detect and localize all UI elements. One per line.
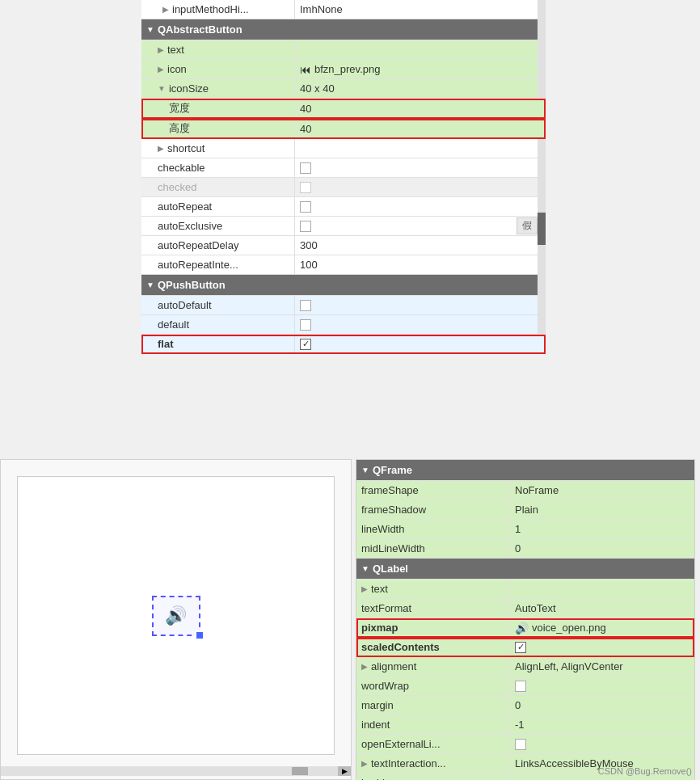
prop-row-pixmap: pixmap 🔊 voice_open.png [356,618,694,638]
canvas-panel: 🔊 ▶ [0,459,352,780]
prop-row-wordwrap: wordWrap [356,677,694,696]
autoexclusive-checkbox[interactable] [300,221,311,232]
prop-row-autodefault: autoDefault [141,296,546,315]
scrollbar-h-thumb[interactable] [292,767,308,775]
watermark: CSDN @Bug.Remove() [598,766,692,776]
prop-key-label: icon [167,63,187,75]
scrollbar-arrow[interactable]: ▶ [338,766,351,776]
prop-row-autorepeat: autoRepeat [141,197,546,217]
prop-key-linewidth: lineWidth [356,520,510,538]
prop-key-label: midLineWidth [361,542,425,554]
autorepeat-checkbox[interactable] [300,201,311,213]
prop-key-default: default [141,315,295,334]
br-prop-val-text [510,580,694,598]
prop-key-midlinewidth: midLineWidth [356,539,510,558]
scrollbar-thumb[interactable] [538,213,546,245]
prop-key-label: text [371,583,388,595]
prop-key-openexternal: openExternalLi... [356,735,510,753]
expand-icon: ▼ [146,25,154,34]
prop-key-checkable: checkable [141,158,295,177]
prop-val-autorepeatdelay: 300 [295,236,546,255]
prop-key-wordwrap: wordWrap [356,677,510,695]
prop-key-checked: checked [141,178,295,196]
prop-row-checkable: checkable [141,158,546,178]
checkable-checkbox[interactable] [300,162,311,174]
prop-row-iconsize: ▼ iconSize 40 x 40 [141,79,546,99]
prop-val-text: 40 [300,123,311,135]
prop-val-margin: 0 [510,696,694,715]
prop-key-alignment: ▶ alignment [356,657,510,676]
prop-val-checked [295,178,546,196]
prop-key-label: default [158,318,189,331]
prop-val-text: AutoText [515,602,556,614]
expand-icon: ▼ [146,280,154,289]
prop-val-text: 0 [515,699,521,711]
qlabel-header[interactable]: ▼ QLabel [356,559,694,580]
expand-icon: ▼ [361,564,369,573]
horizontal-scrollbar[interactable]: ▶ [1,766,351,776]
prop-val-text [295,40,546,59]
prop-key-width: 宽度 [141,99,295,118]
voice-widget[interactable]: 🔊 [152,596,200,636]
prop-row-margin: margin 0 [356,696,694,715]
openexternal-checkbox[interactable] [515,739,526,750]
prop-val-iconsize: 40 x 40 [295,79,546,98]
selection-handle[interactable] [196,631,204,639]
qpushbutton-header[interactable]: ▼ QPushButton [141,275,546,296]
prop-key-flat: flat [141,335,295,353]
prop-key-label: 宽度 [169,101,190,116]
prop-val-wordwrap [510,677,694,695]
prop-val-text: bfzn_prev.png [314,63,380,75]
prop-val-midlinewidth: 0 [510,539,694,558]
prop-key-label: flat [158,338,174,350]
scaledcontents-checkbox[interactable]: ✓ [515,642,526,653]
header-label: QAbstractButton [158,23,242,36]
scrollbar[interactable] [538,0,546,354]
prop-val-text: voice_open.png [532,622,606,634]
prop-val-text: 0 [515,542,521,554]
jia-tag: 假 [517,217,538,234]
prop-row-linewidth: lineWidth 1 [356,520,694,539]
prop-key-autodefault: autoDefault [141,296,295,314]
prop-val-text: 40 [300,103,311,115]
prop-val-alignment: AlignLeft, AlignVCenter [510,657,694,676]
prop-key-text: ▶ text [141,40,295,59]
prop-row-textformat: textFormat AutoText [356,599,694,618]
prop-key-icon: ▶ icon [141,60,295,78]
prop-key-label: checkable [158,162,205,174]
autodefault-checkbox[interactable] [300,300,311,311]
wordwrap-checkbox[interactable] [515,681,526,692]
prop-key-buddy: buddy [356,774,510,780]
default-checkbox[interactable] [300,319,311,331]
prop-key-label: textInteraction... [371,757,446,769]
prop-val-frameshape: NoFrame [510,481,694,500]
prop-val-text: Plain [515,504,538,516]
prop-key-label: autoRepeat [158,200,212,213]
voice-icon-small: 🔊 [515,622,529,635]
prop-row-height: 高度 40 [141,119,546,139]
prop-key-label: autoRepeatDelay [158,239,238,251]
flat-checkbox[interactable]: ✓ [300,339,311,350]
prop-val-text: ImhNone [300,3,343,15]
prop-key-shortcut: ▶ shortcut [141,139,295,158]
prop-key-iconsize: ▼ iconSize [141,79,295,98]
prop-row-frameshape: frameShape NoFrame [356,481,694,500]
prop-val-text: NoFrame [515,484,559,496]
prop-key-label: inputMethodHi... [172,3,249,15]
prop-row-text: ▶ text [141,40,546,60]
prop-val-text: 300 [300,239,318,251]
qabstractbutton-header[interactable]: ▼ QAbstractButton [141,19,546,40]
prop-key-label: frameShadow [361,504,426,516]
voice-icon: 🔊 [165,605,187,626]
prop-key-scaledcontents: scaledContents [356,638,510,656]
prop-key-label: buddy [361,777,390,780]
prop-key-autorepeat: autoRepeat [141,197,295,216]
prop-row-width: 宽度 40 [141,99,546,119]
prop-key-indent: indent [356,715,510,734]
prop-key-label: checked [158,181,196,193]
qframe-header[interactable]: ▼ QFrame [356,460,694,481]
canvas-area: 🔊 [17,476,335,755]
prop-row-openexternal: openExternalLi... [356,735,694,754]
prop-val-frameshadow: Plain [510,500,694,519]
checked-checkbox[interactable] [300,182,311,193]
